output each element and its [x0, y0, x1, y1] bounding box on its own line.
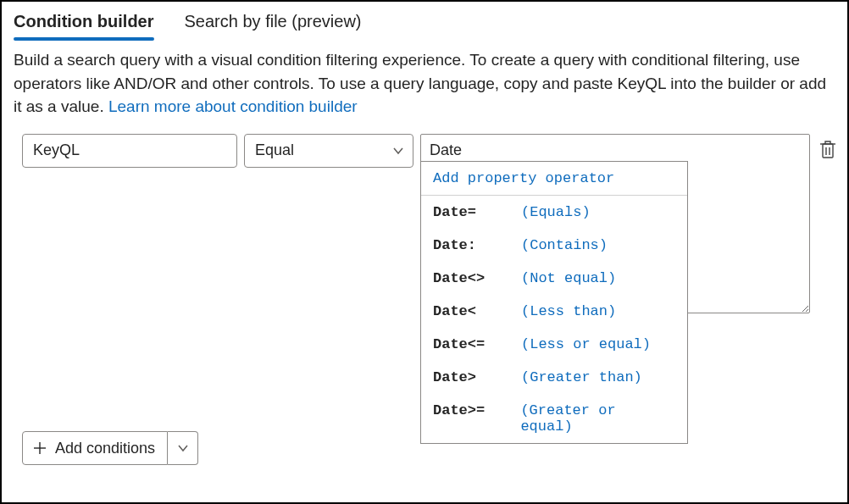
- suggestion-item[interactable]: Date<> (Not equal): [421, 262, 687, 295]
- suggestion-operator: Date<=: [433, 336, 521, 352]
- suggestions-header[interactable]: Add property operator: [421, 162, 687, 196]
- chevron-down-icon: [177, 442, 189, 454]
- learn-more-link[interactable]: Learn more about condition builder: [108, 97, 358, 115]
- tab-condition-builder[interactable]: Condition builder: [14, 8, 154, 40]
- condition-row: Equal Add property operator Date= (Equal…: [22, 134, 837, 317]
- plus-icon: [33, 441, 47, 455]
- suggestion-operator: Date>=: [433, 402, 520, 418]
- suggestion-operator: Date<: [433, 303, 521, 319]
- suggestion-item[interactable]: Date: (Contains): [421, 229, 687, 262]
- keyql-wrap: Add property operator Date= (Equals) Dat…: [420, 134, 810, 317]
- suggestion-operator: Date:: [433, 237, 521, 253]
- suggestion-operator: Date>: [433, 369, 521, 385]
- suggestion-operator: Date<>: [433, 270, 521, 286]
- suggestion-label: (Contains): [521, 237, 608, 253]
- suggestion-label: (Less or equal): [521, 336, 651, 352]
- operator-value: Equal: [255, 141, 294, 159]
- suggestion-label: (Greater than): [521, 369, 642, 385]
- add-conditions-caret[interactable]: [168, 431, 198, 465]
- suggestion-item[interactable]: Date< (Less than): [421, 295, 687, 328]
- add-conditions-button[interactable]: Add conditions: [22, 431, 168, 465]
- suggestion-label: (Not equal): [521, 270, 616, 286]
- suggestion-label: (Equals): [521, 204, 591, 220]
- description-text: Build a search query with a visual condi…: [14, 48, 835, 119]
- tab-strip: Condition builder Search by file (previe…: [12, 8, 837, 42]
- suggestion-item[interactable]: Date= (Equals): [421, 196, 687, 229]
- add-conditions-split-button: Add conditions: [22, 431, 198, 465]
- suggestion-operator: Date=: [433, 204, 521, 220]
- tab-search-by-file[interactable]: Search by file (preview): [185, 8, 362, 40]
- add-conditions-label: Add conditions: [55, 440, 155, 457]
- suggestion-label: (Greater or equal): [520, 402, 675, 435]
- suggestion-item[interactable]: Date> (Greater than): [421, 361, 687, 394]
- svg-rect-0: [823, 144, 833, 158]
- condition-builder-panel: Condition builder Search by file (previe…: [0, 0, 849, 504]
- suggestions-popup: Add property operator Date= (Equals) Dat…: [420, 161, 688, 444]
- suggestion-item[interactable]: Date>= (Greater or equal): [421, 394, 687, 443]
- field-input[interactable]: [22, 134, 237, 168]
- operator-select[interactable]: Equal: [244, 134, 413, 168]
- chevron-down-icon: [392, 145, 404, 157]
- trash-icon[interactable]: [818, 139, 837, 161]
- suggestion-item[interactable]: Date<= (Less or equal): [421, 328, 687, 361]
- suggestion-label: (Less than): [521, 303, 616, 319]
